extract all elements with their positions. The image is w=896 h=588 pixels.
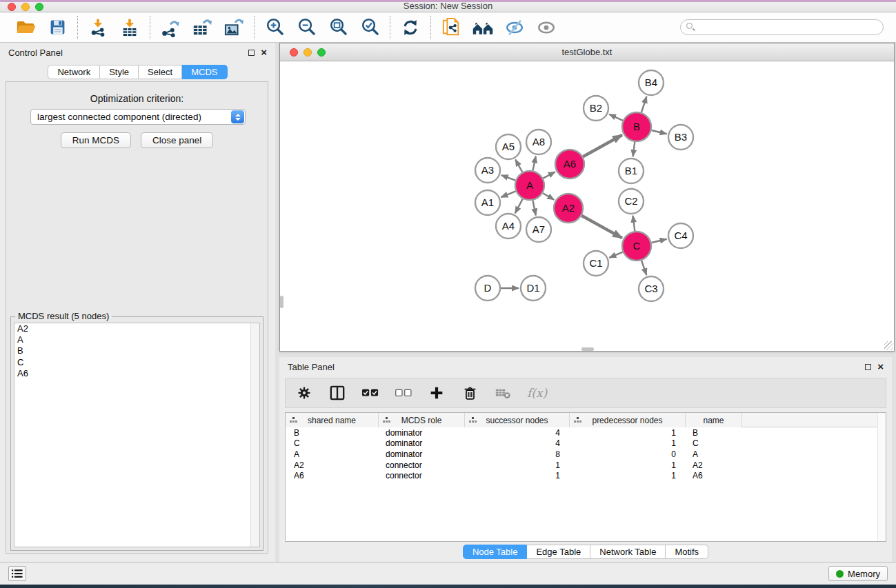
table-scrollbar[interactable] (877, 413, 886, 541)
node-A6[interactable]: A6 (555, 150, 584, 179)
tab-style[interactable]: Style (100, 65, 139, 79)
optimization-criterion-select[interactable]: largest connected component (directed) (30, 109, 246, 125)
node-A2[interactable]: A2 (554, 194, 583, 223)
edge-A-A2[interactable] (543, 193, 554, 200)
edge-C-C2[interactable] (633, 216, 635, 231)
show-view-button[interactable] (535, 17, 557, 39)
zoom-in-button[interactable] (263, 17, 286, 39)
node-A7[interactable]: A7 (526, 217, 551, 242)
refresh-button[interactable] (399, 17, 421, 39)
table-cell[interactable]: connector (379, 470, 465, 481)
node-C[interactable]: C (622, 232, 651, 261)
table-cell[interactable]: A2 (686, 460, 742, 471)
show-column-button[interactable] (328, 384, 346, 402)
network-from-file-button[interactable] (440, 17, 462, 39)
float-panel-icon[interactable] (248, 50, 255, 56)
export-image-button[interactable] (223, 17, 245, 39)
export-network-button[interactable] (159, 17, 181, 39)
node-B1[interactable]: B1 (619, 159, 644, 183)
column-header-name[interactable]: name (686, 413, 742, 427)
table-cell[interactable]: 0 (570, 449, 686, 460)
table-cell[interactable]: 8 (465, 449, 570, 460)
save-session-button[interactable] (46, 17, 68, 39)
node-B2[interactable]: B2 (584, 96, 608, 121)
column-header-predecessor-nodes[interactable]: predecessor nodes (570, 413, 686, 427)
node-A4[interactable]: A4 (496, 214, 521, 239)
edge-A-A1[interactable] (501, 191, 515, 197)
table-cell[interactable]: 4 (465, 427, 570, 438)
mcds-result-list[interactable]: A2ABCA6 (14, 323, 260, 547)
close-panel-button[interactable]: Close panel (141, 132, 213, 148)
create-column-button[interactable] (428, 384, 446, 402)
select-all-button[interactable] (361, 384, 379, 402)
edge-C-C3[interactable] (641, 261, 646, 275)
edge-A-A8[interactable] (532, 156, 535, 171)
resize-grip[interactable] (884, 341, 893, 350)
mcds-result-item[interactable]: A (14, 334, 259, 345)
close-table-panel-icon[interactable]: × (877, 363, 884, 370)
table-cell[interactable]: A6 (686, 470, 742, 481)
table-cell[interactable]: A6 (286, 470, 379, 481)
table-cell[interactable]: 4 (465, 438, 570, 449)
table-cell[interactable]: 1 (570, 460, 686, 471)
table-row[interactable]: Bdominator41B (286, 427, 886, 438)
close-panel-icon[interactable]: × (261, 49, 267, 56)
function-builder-button[interactable]: f(x) (527, 386, 547, 400)
edge-C-C1[interactable] (609, 252, 622, 258)
mcds-result-item[interactable]: A2 (14, 323, 259, 334)
memory-button[interactable]: Memory (828, 566, 888, 581)
table-cell[interactable]: A2 (286, 460, 379, 471)
minimize-window-button[interactable] (21, 3, 30, 11)
network-canvas[interactable]: AA1A2A3A4A5A6A7A8BB1B2B3B4CC1C2C3C4DD1 (280, 61, 894, 351)
edge-A6-B[interactable] (583, 135, 622, 157)
node-C4[interactable]: C4 (668, 223, 693, 248)
column-header-mcds-role[interactable]: MCDS role (379, 413, 465, 427)
float-table-panel-icon[interactable] (865, 364, 871, 370)
tab-network[interactable]: Network (48, 65, 100, 79)
search-input[interactable] (680, 19, 884, 35)
zoom-out-button[interactable] (295, 17, 317, 39)
table-row[interactable]: A2connector11A2 (286, 460, 886, 471)
mcds-result-item[interactable]: A6 (14, 368, 259, 379)
zoom-window-button[interactable] (35, 3, 43, 11)
edge-C-C4[interactable] (651, 239, 666, 243)
tab-motifs[interactable]: Motifs (666, 545, 708, 559)
tab-network-table[interactable]: Network Table (590, 545, 666, 559)
close-network-window-button[interactable] (290, 48, 298, 57)
delete-column-button[interactable] (461, 384, 479, 402)
table-cell[interactable]: 1 (570, 438, 686, 449)
minimize-network-window-button[interactable] (303, 48, 312, 57)
node-table[interactable]: shared nameMCDS rolesuccessor nodesprede… (285, 412, 886, 542)
node-D[interactable]: D (475, 276, 500, 301)
table-row[interactable]: Cdominator41C (286, 438, 886, 449)
table-cell[interactable]: A (286, 449, 379, 460)
hide-graphics-details-button[interactable] (504, 17, 526, 39)
table-cell[interactable]: C (286, 438, 379, 449)
edge-A-A7[interactable] (532, 201, 535, 216)
node-C2[interactable]: C2 (619, 189, 644, 214)
table-cell[interactable]: 1 (570, 427, 686, 438)
node-A[interactable]: A (515, 171, 544, 200)
import-network-button[interactable] (87, 17, 109, 39)
zoom-fit-button[interactable] (327, 17, 349, 39)
deselect-all-button[interactable] (395, 384, 412, 402)
node-A5[interactable]: A5 (496, 134, 521, 159)
edge-B-B1[interactable] (633, 142, 635, 156)
run-mcds-button[interactable]: Run MCDS (61, 132, 131, 148)
export-table-button[interactable] (191, 17, 213, 39)
tab-mcds[interactable]: MCDS (182, 65, 227, 79)
horizontal-scrollbar-thumb[interactable] (581, 347, 594, 351)
edge-B-B3[interactable] (651, 130, 666, 134)
edge-A-A6[interactable] (543, 172, 555, 178)
node-B[interactable]: B (622, 112, 651, 141)
import-table-button[interactable] (119, 17, 141, 39)
table-cell[interactable]: dominator (379, 438, 465, 449)
table-cell[interactable]: dominator (379, 449, 465, 460)
vertical-scrollbar-thumb[interactable] (280, 296, 283, 308)
network-graph[interactable]: AA1A2A3A4A5A6A7A8BB1B2B3B4CC1C2C3C4DD1 (280, 61, 894, 351)
node-A8[interactable]: A8 (526, 130, 551, 154)
edge-A-A4[interactable] (515, 199, 523, 213)
table-cell[interactable]: dominator (379, 427, 465, 438)
tab-edge-table[interactable]: Edge Table (527, 545, 590, 559)
table-row[interactable]: Adominator80A (286, 449, 886, 460)
